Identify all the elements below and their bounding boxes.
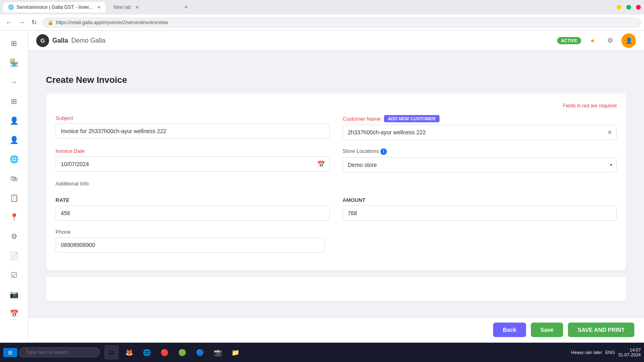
customer-input-wrapper: ✕: [343, 125, 617, 140]
taskbar-icons: 🗂 🦊 🌐 🔴 🟢 🔵 📸 📁: [104, 345, 243, 360]
sidebar-icon-check[interactable]: ☑: [6, 267, 22, 283]
sidebar-icon-store[interactable]: 🏪: [6, 55, 22, 71]
sidebar-icon-settings[interactable]: ⚙: [6, 228, 22, 245]
sidebar-icon-user[interactable]: 👤: [6, 132, 22, 148]
rate-label: RATE: [56, 197, 330, 203]
browser-toolbar: ← → ↻ 🔒 https://retail.galla.app/mystore…: [0, 14, 644, 31]
user-avatar[interactable]: 👤: [621, 33, 636, 48]
sidebar-icon-arrow[interactable]: →: [6, 74, 22, 90]
circle-icon: ●: [586, 34, 599, 47]
taskbar-icon-7[interactable]: 📸: [211, 345, 225, 360]
add-tab-btn[interactable]: +: [184, 4, 188, 11]
sidebar-icon-globe[interactable]: 🌐: [6, 151, 22, 167]
save-and-print-button[interactable]: SAVE AND PRINT: [568, 323, 634, 337]
taskbar-icon-3[interactable]: 🌐: [140, 345, 154, 360]
taskbar-icon-5[interactable]: 🟢: [175, 345, 190, 360]
settings-icon[interactable]: ⚙: [604, 34, 617, 47]
subject-group: Subject: [56, 115, 330, 140]
sidebar: ⊞ 🏪 → ⊞ 👤 👤 🌐 🛍 📋 📍 ⚙ 📄 ☑ 📷 📅: [0, 31, 28, 362]
back-nav-btn[interactable]: ←: [3, 17, 14, 28]
chevron-down-icon: ▾: [606, 159, 616, 171]
amount-label: AMOUNT: [343, 197, 617, 203]
brand-name: Galla: [52, 37, 68, 44]
customer-name-label: Customer Name: [343, 116, 381, 122]
maximize-btn[interactable]: [626, 5, 631, 10]
sidebar-icon-doc[interactable]: 📄: [6, 248, 22, 264]
sidebar-icon-bag[interactable]: 🛍: [6, 171, 22, 187]
form-row-phone: Phone: [56, 229, 617, 253]
additional-info-label: Additional Info: [56, 181, 330, 187]
taskbar-icon-8[interactable]: 📁: [228, 345, 243, 360]
customer-name-group: Customer Name ADD NEW CUSTOMER ✕: [343, 115, 617, 140]
store-select-wrapper: Demo store ▾: [343, 157, 617, 173]
sidebar-icon-book[interactable]: 📋: [6, 190, 22, 206]
phone-label: Phone: [56, 229, 617, 235]
calendar-icon[interactable]: 📅: [313, 157, 329, 171]
taskbar-sys: Heavy rain later ENG 14:07 31-07-2024: [571, 348, 641, 357]
phone-group: Phone: [56, 229, 617, 253]
form-row-rate-amount: RATE AMOUNT: [56, 197, 617, 221]
start-button[interactable]: ⊞: [3, 348, 17, 357]
tab-close-btn[interactable]: ✕: [97, 5, 101, 10]
back-button[interactable]: Back: [493, 323, 526, 337]
taskbar-search-input[interactable]: [19, 348, 99, 357]
browser-titlebar: 🌐 Serviceinvoice | Galla GST - Inver... …: [0, 0, 644, 14]
refresh-btn[interactable]: ↻: [29, 17, 39, 28]
sidebar-icon-location[interactable]: 📍: [6, 209, 22, 225]
header-icons: ● ⚙ 👤: [586, 33, 636, 48]
rate-input[interactable]: [56, 206, 330, 221]
new-tab-label: New tab: [114, 4, 131, 10]
minimize-btn[interactable]: [617, 5, 621, 10]
invoice-date-input[interactable]: [56, 157, 313, 171]
form-footer: Back Save SAVE AND PRINT: [28, 317, 644, 342]
main-content: Create New Invoice Fields in red are req…: [28, 31, 644, 362]
address-bar[interactable]: 🔒 https://retail.galla.app/mystorev2/ser…: [42, 18, 641, 27]
taskbar-time-value: 14:07: [618, 348, 641, 352]
status-badge: ACTIVE: [557, 37, 581, 44]
additional-info-right: [343, 181, 617, 189]
customer-name-input[interactable]: [343, 125, 603, 140]
store-select[interactable]: Demo store: [343, 158, 606, 172]
taskbar-icon-1[interactable]: 🗂: [104, 345, 119, 360]
logo-icon: G: [36, 34, 49, 47]
customer-clear-btn[interactable]: ✕: [603, 126, 616, 139]
invoice-date-label: Invoice Date: [56, 148, 330, 154]
form-row-2: Invoice Date 📅 Store Locations i Demo st…: [56, 148, 617, 173]
app-header: G Galla Demo Galla ACTIVE ● ⚙ 👤: [28, 31, 644, 51]
taskbar-date-value: 31-07-2024: [618, 352, 641, 357]
taskbar-icon-2[interactable]: 🦊: [122, 345, 136, 360]
page-title: Create New Invoice: [46, 75, 626, 85]
subject-input[interactable]: [56, 123, 330, 139]
inactive-tab[interactable]: New tab ✕: [109, 2, 181, 12]
save-button[interactable]: Save: [531, 323, 564, 337]
sidebar-icon-dashboard[interactable]: ⊞: [6, 35, 22, 51]
additional-info-group: Additional Info: [56, 181, 330, 189]
form-card: Fields in red are required Subject Custo…: [46, 93, 626, 270]
taskbar-clock: 14:07 31-07-2024: [618, 348, 641, 357]
sidebar-icon-user-circle[interactable]: 👤: [6, 113, 22, 129]
sidebar-icon-calendar[interactable]: 📅: [6, 306, 22, 322]
taskbar-lang: ENG: [605, 350, 615, 355]
taskbar-icon-4[interactable]: 🔴: [157, 345, 172, 360]
sidebar-icon-grid[interactable]: ⊞: [6, 93, 22, 109]
amount-group: AMOUNT: [343, 197, 617, 221]
add-new-customer-btn[interactable]: ADD NEW CUSTOMER: [384, 115, 440, 122]
form-row-1: Subject Customer Name ADD NEW CUSTOMER ✕: [56, 115, 617, 140]
taskbar-weather: Heavy rain later: [571, 350, 602, 355]
store-locations-label: Store Locations i: [343, 148, 617, 155]
forward-nav-btn[interactable]: →: [16, 17, 27, 28]
rate-group: RATE: [56, 197, 330, 221]
customer-label-row: Customer Name ADD NEW CUSTOMER: [343, 115, 617, 122]
phone-input[interactable]: [56, 237, 325, 253]
taskbar-icon-6[interactable]: 🔵: [193, 345, 207, 360]
required-note: Fields in red are required: [56, 103, 617, 109]
lock-icon: 🔒: [47, 20, 54, 25]
close-btn[interactable]: [636, 5, 641, 10]
info-icon[interactable]: i: [380, 148, 387, 155]
url-text: https://retail.galla.app/mystorev2/servi…: [56, 20, 168, 25]
sidebar-icon-camera[interactable]: 📷: [6, 286, 22, 302]
store-name: Demo Galla: [71, 37, 105, 44]
amount-input[interactable]: [343, 206, 617, 221]
new-tab-close-btn[interactable]: ✕: [135, 5, 139, 10]
active-tab[interactable]: 🌐 Serviceinvoice | Galla GST - Inver... …: [3, 2, 105, 12]
